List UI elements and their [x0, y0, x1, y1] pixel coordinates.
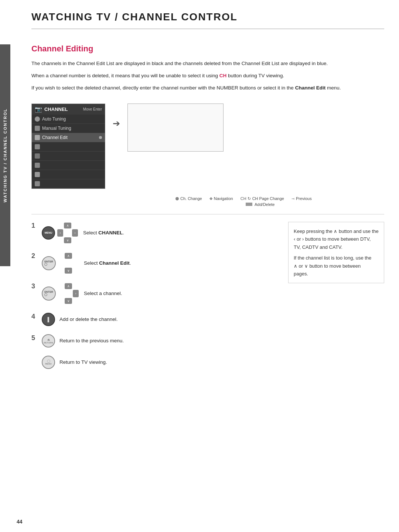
step-3-text: Select a channel.	[84, 291, 122, 296]
step-4-number: 4	[31, 313, 37, 321]
nav-down-3: ∨	[65, 298, 72, 304]
step-4-text: Add or delete the channel.	[59, 316, 118, 322]
tv-menu-header: 📷 CHANNEL Move Enter	[32, 104, 105, 115]
legend-navigation: ✥ Navigation	[209, 196, 233, 201]
manual-tuning-icon	[35, 126, 40, 131]
row6-icon	[35, 163, 40, 168]
menu-area: 📷 CHANNEL Move Enter Auto Tuning Manual …	[31, 104, 384, 189]
nav-up-3: ∧	[65, 283, 72, 289]
step-5-number: 5	[31, 334, 37, 342]
steps-list: 1 MENU ∧ ∨ ‹ › Select CHANNEL. 2 ENTER◯	[31, 222, 277, 377]
step-6-buttons: ◯ MENU	[42, 356, 55, 369]
channel-label: CHANNEL	[44, 106, 68, 112]
nav-hints: Move Enter	[83, 107, 102, 111]
step-3-number: 3	[31, 282, 37, 290]
row8-icon	[35, 181, 40, 186]
menu-item-row5	[32, 152, 105, 161]
tip-line6: pages.	[294, 270, 379, 278]
page-number: 44	[17, 519, 23, 525]
step-1-text: Select CHANNEL.	[83, 230, 124, 235]
description-1: The channels in the Channel Edit List ar…	[31, 60, 384, 68]
nav-down-1: ∨	[64, 237, 71, 243]
auto-tuning-icon	[35, 116, 40, 122]
step-1-number: 1	[31, 222, 37, 230]
page-change-label: CH Page Change	[252, 196, 284, 201]
steps-area: 1 MENU ∧ ∨ ‹ › Select CHANNEL. 2 ENTER◯	[31, 222, 384, 377]
menu-button-6: ◯ MENU	[42, 356, 55, 369]
step-4: 4 ‖ Add or delete the channel.	[31, 313, 277, 326]
enter-button-2: ENTER◯	[42, 256, 56, 270]
divider	[31, 214, 384, 214]
nav-left-1: ‹	[57, 229, 63, 237]
menu-item-row6	[32, 161, 105, 170]
side-tab-text: WATCHING TV / CHANNEL CONTROL	[3, 108, 7, 202]
nav-cluster-1: ∧ ∨ ‹ ›	[57, 222, 79, 244]
menu-item-auto-tuning: Auto Tuning	[32, 115, 105, 124]
ch-change-dot	[175, 197, 179, 200]
legend-bar: Ch. Change ✥ Navigation CH ↻ CH Page Cha…	[31, 196, 384, 201]
nav-right-3: ›	[73, 290, 79, 297]
ch-change-label: Ch. Change	[180, 196, 202, 201]
nav-down-2: ∨	[65, 268, 72, 274]
return-button: ⎌ RETURN	[42, 334, 55, 348]
description-2: When a channel number is deleted, it mea…	[31, 72, 384, 80]
channel-edit-icon	[35, 135, 40, 140]
pause-button: ‖	[42, 313, 55, 326]
step-1-buttons: MENU ∧ ∨ ‹ ›	[42, 222, 79, 244]
selected-indicator	[99, 136, 102, 139]
page-change-ch-icon: CH ↻	[241, 196, 251, 201]
tip-line5: ∧ or ∨ button to move between	[294, 262, 379, 270]
legend-previous: ⤙ Previous	[291, 196, 312, 201]
menu-item-channel-edit: Channel Edit	[32, 133, 105, 142]
page-title: WATCHING TV / CHANNEL CONTROL	[31, 11, 384, 29]
step-5-text: Return to the previous menu.	[59, 338, 124, 343]
tip-line3: TV, CADTV and CATV.	[294, 243, 379, 251]
add-delete-rect	[246, 203, 252, 206]
legend-page-change: CH ↻ CH Page Change	[241, 196, 284, 201]
tip-box: Keep pressing the ∧ button and use the ‹…	[288, 222, 384, 284]
row5-icon	[35, 153, 40, 159]
menu-item-manual-tuning: Manual Tuning	[32, 124, 105, 133]
side-tab: WATCHING TV / CHANNEL CONTROL	[0, 44, 10, 266]
step-3-buttons: ENTER◯ ∧ ∨ ›	[42, 282, 79, 305]
step-3: 3 ENTER◯ ∧ ∨ › Select a channel.	[31, 282, 277, 305]
navigation-icon: ✥	[209, 197, 212, 201]
navigation-label: Navigation	[214, 196, 233, 201]
previous-label: Previous	[296, 196, 312, 201]
section-heading: Channel Editing	[31, 44, 384, 54]
channel-edit-preview	[127, 104, 224, 152]
step-6: ◯ MENU Return to TV viewing.	[31, 356, 277, 369]
step-2-number: 2	[31, 252, 37, 260]
tv-menu: 📷 CHANNEL Move Enter Auto Tuning Manual …	[31, 104, 105, 189]
step-6-text: Return to TV viewing.	[59, 359, 107, 365]
description-3: If you wish to select the deleted channe…	[31, 84, 384, 92]
menu-item-row4	[32, 142, 105, 152]
nav-up-1: ∧	[64, 223, 71, 228]
add-delete-label: Add/Delete	[255, 202, 274, 207]
nav-up-2: ∧	[65, 253, 72, 259]
menu-button-1: MENU	[42, 226, 55, 240]
menu-item-row8	[32, 179, 105, 189]
nav-right-1: ›	[72, 229, 78, 237]
step-2-text: Select Channel Edit.	[84, 260, 131, 266]
row7-icon	[35, 172, 40, 177]
arrow-right: ➔	[105, 118, 127, 129]
step-4-buttons: ‖	[42, 313, 55, 326]
step-2: 2 ENTER◯ ∧ ∨ Select Channel Edit.	[31, 252, 277, 274]
enter-button-3: ENTER◯	[42, 287, 56, 301]
previous-icon: ⤙	[291, 197, 294, 201]
tip-line2: ‹ or › buttons to move between DTV,	[294, 235, 379, 243]
nav-cluster-2: ∧ ∨	[57, 252, 79, 274]
legend-ch-change: Ch. Change	[175, 196, 202, 201]
row4-icon	[35, 144, 40, 149]
step-5-buttons: ⎌ RETURN	[42, 334, 55, 348]
tip-line4: If the channel list is too long, use the	[294, 254, 379, 262]
step-2-buttons: ENTER◯ ∧ ∨	[42, 252, 79, 274]
tip-line1: Keep pressing the ∧ button and use the	[294, 227, 379, 235]
legend-add-delete-row: Add/Delete	[31, 202, 384, 207]
nav-cluster-3: ∧ ∨ ›	[57, 282, 79, 305]
step-1: 1 MENU ∧ ∨ ‹ › Select CHANNEL.	[31, 222, 277, 244]
menu-item-row7	[32, 170, 105, 179]
step-5: 5 ⎌ RETURN Return to the previous menu.	[31, 334, 277, 348]
